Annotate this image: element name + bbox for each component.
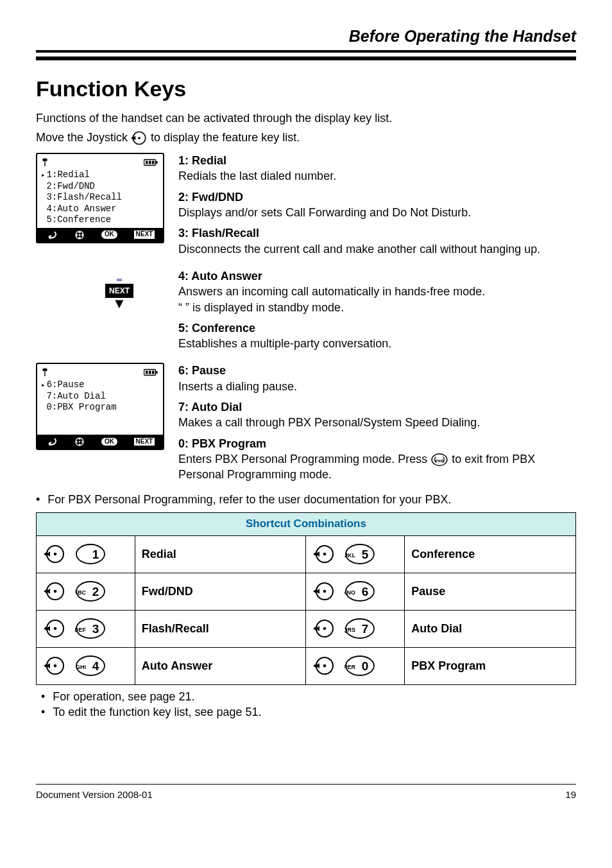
- item-conference: 5: Conference Establishes a multiple-par…: [178, 320, 576, 352]
- svg-text:1: 1: [92, 548, 99, 561]
- item-autodial: 7: Auto Dial Makes a call through PBX Pe…: [178, 399, 576, 431]
- svg-point-19: [76, 544, 105, 564]
- svg-point-37: [54, 627, 57, 630]
- shortcut-left-keys: 1: [37, 535, 135, 573]
- table-row: ABC 2 Fwd/DND MNO 6 Pause: [37, 573, 576, 610]
- item-2-title: 2: Fwd/DND: [178, 189, 576, 205]
- shortcut-table-header: Shortcut Combinations: [37, 512, 576, 535]
- item-0-pre: Enters PBX Personal Programming mode. Pr…: [178, 453, 430, 465]
- shortcut-right-keys: PQRS 7: [306, 610, 405, 647]
- joystick-mini-icon: [74, 437, 85, 447]
- shortcut-right-label: Conference: [405, 535, 576, 573]
- lcd2-line3: 0:PBX Program: [41, 402, 159, 413]
- intro-line-2-pre: Move the Joystick: [36, 131, 131, 144]
- page-number: 19: [565, 788, 576, 801]
- svg-rect-14: [117, 279, 122, 281]
- next-page-indicator: NEXT ▼: [74, 277, 164, 309]
- svg-point-16: [79, 441, 81, 443]
- shortcut-left-keys: GHI 4: [37, 647, 135, 684]
- lcd2-softkeys: OK NEXT: [37, 435, 163, 449]
- lcd-screen-2: 6:Pause 7:Auto Dial 0:PBX Program OK NEX…: [36, 363, 164, 450]
- section-title: Before Operating the Handset: [349, 26, 576, 48]
- ok-softkey: OK: [101, 438, 117, 446]
- item-4-line2: “ ” is displayed in standby mode.: [178, 300, 576, 315]
- lcd1-line2: 2:Fwd/DND: [41, 181, 159, 193]
- shortcut-left-label: Flash/Recall: [135, 610, 306, 647]
- svg-text:6: 6: [362, 585, 369, 598]
- lcd1-line1: 1:Redial: [41, 169, 159, 181]
- svg-point-13: [79, 234, 81, 236]
- item-5-body: Establishes a multiple-party conversatio…: [178, 336, 576, 351]
- svg-text:OPER: OPER: [344, 664, 355, 670]
- keypad-key-icon: GHI 4: [75, 655, 106, 677]
- shortcut-right-label: PBX Program: [405, 647, 576, 684]
- item-fwddnd: 2: Fwd/DND Displays and/or sets Call For…: [178, 189, 576, 221]
- svg-point-32: [323, 590, 327, 593]
- table-row: DEF 3 Flash/Recall PQRS 7 Auto Dial: [37, 610, 576, 647]
- svg-point-18: [54, 553, 57, 556]
- shortcut-left-keys: DEF 3: [37, 610, 135, 647]
- item-0-title: 0: PBX Program: [178, 436, 576, 451]
- item-2-body: Displays and/or sets Call Forwarding and…: [178, 205, 576, 220]
- svg-text:0: 0: [362, 659, 369, 673]
- item-1-body: Redials the last dialed number.: [178, 168, 576, 184]
- table-row: 1 Redial JKL 5 Conference: [37, 535, 576, 573]
- keypad-key-icon: MNO 6: [344, 580, 375, 602]
- shortcut-left-keys: ABC 2: [37, 573, 135, 610]
- battery-icon: [144, 368, 159, 377]
- keypad-key-icon: OPER 0: [344, 655, 375, 677]
- item-pbxprogram: 0: PBX Program Enters PBX Personal Progr…: [178, 436, 576, 483]
- item-7-title: 7: Auto Dial: [178, 399, 576, 415]
- intro-line-2: Move the Joystick to display the feature…: [36, 130, 576, 146]
- shortcut-right-keys: JKL 5: [306, 535, 405, 573]
- svg-point-42: [323, 627, 327, 630]
- keypad-key-icon: ABC 2: [75, 580, 106, 602]
- svg-text:4: 4: [92, 659, 99, 673]
- joystick-left-icon: [43, 655, 65, 677]
- down-arrow-icon: ▼: [112, 298, 126, 309]
- svg-point-27: [54, 590, 57, 593]
- svg-text:MNO: MNO: [344, 589, 355, 596]
- item-pause: 6: Pause Inserts a dialing pause.: [178, 363, 576, 394]
- shortcut-right-label: Auto Dial: [405, 610, 576, 647]
- battery-icon: [144, 158, 159, 167]
- antenna-icon: [41, 157, 49, 168]
- keypad-key-icon: JKL 5: [344, 543, 375, 565]
- intro-line-1: Functions of the handset can be activate…: [36, 110, 576, 126]
- joystick-left-icon: [43, 618, 65, 639]
- svg-text:3: 3: [92, 622, 99, 636]
- ok-softkey: OK: [101, 230, 117, 239]
- shortcut-right-label: Pause: [405, 573, 576, 610]
- next-softkey: NEXT: [134, 230, 155, 239]
- item-3-title: 3: Flash/Recall: [178, 225, 576, 241]
- svg-text:2: 2: [92, 585, 99, 598]
- lcd1-line3: 3:Flash/Recall: [41, 192, 159, 204]
- svg-text:5: 5: [362, 548, 369, 561]
- svg-text:JKL: JKL: [344, 552, 355, 559]
- svg-text:ABC: ABC: [75, 589, 86, 596]
- item-6-body: Inserts a dialing pause.: [178, 379, 576, 394]
- joystick-left-icon: [312, 655, 334, 677]
- lcd2-line2: 7:Auto Dial: [41, 391, 159, 403]
- svg-text:GHI: GHI: [76, 664, 86, 670]
- shortcut-left-label: Redial: [135, 535, 306, 573]
- intro-line-2-post: to display the feature key list.: [151, 131, 300, 144]
- joystick-mini-icon: [74, 230, 85, 240]
- joystick-left-icon: [312, 580, 334, 602]
- end-bullets: For operation, see page 21. To edit the …: [36, 689, 576, 720]
- indicator-top: [113, 277, 126, 284]
- item-3-body: Disconnects the current call and make an…: [178, 241, 576, 257]
- lcd1-line5: 5:Conference: [41, 214, 159, 226]
- page-title: Function Keys: [36, 74, 576, 104]
- shortcut-right-keys: OPER 0: [306, 647, 405, 684]
- svg-text:7: 7: [362, 622, 369, 636]
- svg-point-11: [138, 137, 140, 139]
- item-flashrecall: 3: Flash/Recall Disconnects the current …: [178, 225, 576, 257]
- back-icon: [46, 437, 58, 446]
- keypad-key-icon: 1: [75, 543, 106, 565]
- lcd-screen-1: 1:Redial 2:Fwd/DND 3:Flash/Recall 4:Auto…: [36, 153, 164, 243]
- svg-point-52: [323, 664, 327, 668]
- end-bullet-2: To edit the function key list, see page …: [36, 704, 576, 720]
- item-autoanswer: 4: Auto Answer Answers an incoming call …: [178, 268, 576, 315]
- keypad-key-icon: PQRS 7: [344, 618, 375, 639]
